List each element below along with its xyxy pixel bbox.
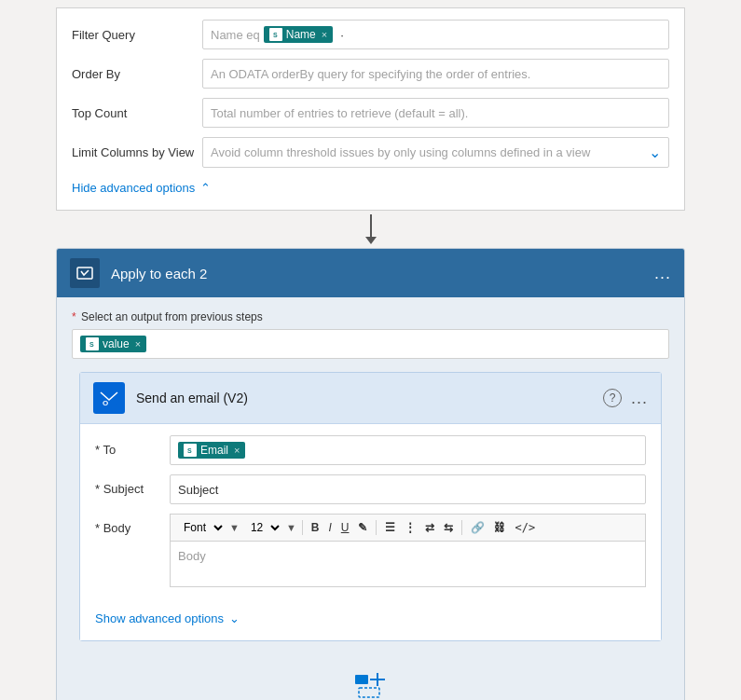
email-token-close-icon[interactable]: × xyxy=(234,445,240,456)
show-advanced-options[interactable]: Show advanced options ⌄ xyxy=(95,608,240,629)
svg-text:O: O xyxy=(103,399,108,407)
token-close-icon[interactable]: × xyxy=(322,29,327,40)
to-label: * To xyxy=(95,435,170,457)
help-icon[interactable]: ? xyxy=(603,389,622,407)
code-button[interactable]: </> xyxy=(512,519,538,536)
unlink-button[interactable]: ⛓ xyxy=(491,519,508,536)
filter-query-input[interactable]: Name eq S Name × · xyxy=(202,20,669,49)
hide-advanced-options[interactable]: Hide advanced options ⌃ xyxy=(72,181,211,195)
email-token[interactable]: S Email × xyxy=(178,442,245,459)
ordered-list-button[interactable]: ⋮ xyxy=(402,519,419,536)
email-card-body: * To S Email × xyxy=(80,424,661,640)
chevron-up-icon: ⌃ xyxy=(200,181,211,195)
outlook-icon: O xyxy=(99,388,119,408)
add-action-container: Add an action xyxy=(72,654,669,700)
svg-rect-12 xyxy=(359,688,379,697)
email-icon-box: O xyxy=(93,382,125,414)
apply-icon-box xyxy=(70,258,100,288)
select-output-label: * Select an output from previous steps xyxy=(72,310,669,323)
apply-more-options-button[interactable]: ... xyxy=(654,264,671,283)
toolbar-sep-1 xyxy=(302,520,303,535)
link-button[interactable]: 🔗 xyxy=(468,519,487,536)
svg-text:S: S xyxy=(89,341,94,348)
value-token[interactable]: S value × xyxy=(80,336,146,352)
email-token-icon: S xyxy=(184,444,197,457)
name-token-1[interactable]: S Name × xyxy=(264,26,333,43)
show-advanced-label: Show advanced options xyxy=(95,611,224,625)
outdent-button[interactable]: ⇆ xyxy=(441,519,456,536)
subject-row: * Subject xyxy=(95,474,646,504)
body-label: * Body xyxy=(95,514,170,535)
select-output-input[interactable]: S value × xyxy=(72,329,669,359)
arrow-head xyxy=(365,237,377,244)
apply-card-title: Apply to each 2 xyxy=(111,266,654,281)
limit-columns-placeholder: Avoid column threshold issues by only us… xyxy=(211,145,590,159)
limit-columns-input[interactable]: Avoid column threshold issues by only us… xyxy=(202,137,669,168)
arrow-line xyxy=(370,214,372,237)
toolbar-sep-2 xyxy=(376,520,377,535)
body-row: * Body Font ▼ 12 ▼ xyxy=(95,514,646,587)
top-count-placeholder: Total number of entries to retrieve (def… xyxy=(211,106,468,120)
body-toolbar: Font ▼ 12 ▼ B I U xyxy=(170,514,646,541)
underline-button[interactable]: U xyxy=(338,519,352,536)
italic-button[interactable]: I xyxy=(325,519,334,536)
toolbar-sep-3 xyxy=(461,520,462,535)
hide-advanced-label: Hide advanced options xyxy=(72,181,195,195)
down-arrow xyxy=(365,214,377,244)
to-input[interactable]: S Email × xyxy=(170,435,646,465)
svg-text:S: S xyxy=(187,447,192,454)
send-email-card: O Send an email (V2) ? ... * To xyxy=(79,372,662,641)
subject-input[interactable] xyxy=(170,474,646,504)
font-select[interactable]: Font xyxy=(176,518,226,537)
filter-query-label: Filter Query xyxy=(72,28,202,42)
subject-label: * Subject xyxy=(95,474,170,496)
value-token-close-icon[interactable]: × xyxy=(135,338,141,350)
apply-icon xyxy=(75,264,94,282)
filter-query-row: Filter Query Name eq S Name × xyxy=(72,20,669,49)
body-placeholder: Body xyxy=(178,549,206,563)
order-by-row: Order By An ODATA orderBy query for spec… xyxy=(72,59,669,89)
pencil-button[interactable]: ✎ xyxy=(355,519,370,536)
limit-columns-label: Limit Columns by View xyxy=(72,145,202,159)
order-by-input[interactable]: An ODATA orderBy query for specifying th… xyxy=(202,59,669,89)
font-size-select[interactable]: 12 xyxy=(243,518,282,537)
top-card: Filter Query Name eq S Name × xyxy=(56,7,685,211)
indent-button[interactable]: ⇄ xyxy=(422,519,437,536)
apply-card-header: Apply to each 2 ... xyxy=(57,249,684,297)
top-count-label: Top Count xyxy=(72,106,202,120)
top-count-input[interactable]: Total number of entries to retrieve (def… xyxy=(202,98,669,128)
apply-to-each-card: Apply to each 2 ... * Select an output f… xyxy=(56,248,685,700)
email-more-options-button[interactable]: ... xyxy=(631,389,648,408)
chevron-down-icon[interactable]: ⌄ xyxy=(649,144,661,161)
svg-rect-9 xyxy=(355,675,368,684)
limit-columns-row: Limit Columns by View Avoid column thres… xyxy=(72,137,669,168)
body-editor-wrapper: Font ▼ 12 ▼ B I U xyxy=(170,514,646,587)
arrow-connector xyxy=(0,211,741,248)
email-card-title: Send an email (V2) xyxy=(136,391,603,405)
add-action-icon xyxy=(353,673,387,699)
sharepoint-icon: S xyxy=(269,28,282,41)
page-wrapper: Filter Query Name eq S Name × xyxy=(0,7,741,700)
top-count-row: Top Count Total number of entries to ret… xyxy=(72,98,669,128)
order-by-placeholder: An ODATA orderBy query for specifying th… xyxy=(211,67,530,81)
bold-button[interactable]: B xyxy=(309,519,322,536)
email-card-header: O Send an email (V2) ? ... xyxy=(80,373,661,424)
unordered-list-button[interactable]: ☰ xyxy=(382,519,398,536)
add-action-button[interactable]: Add an action xyxy=(334,673,408,700)
svg-text:S: S xyxy=(273,32,278,38)
to-row: * To S Email × xyxy=(95,435,646,465)
order-by-label: Order By xyxy=(72,67,202,81)
chevron-down-icon: ⌄ xyxy=(229,611,240,625)
sharepoint-value-icon: S xyxy=(86,337,99,350)
body-editor[interactable]: Body xyxy=(170,541,646,587)
apply-card-body: * Select an output from previous steps S… xyxy=(57,297,684,700)
